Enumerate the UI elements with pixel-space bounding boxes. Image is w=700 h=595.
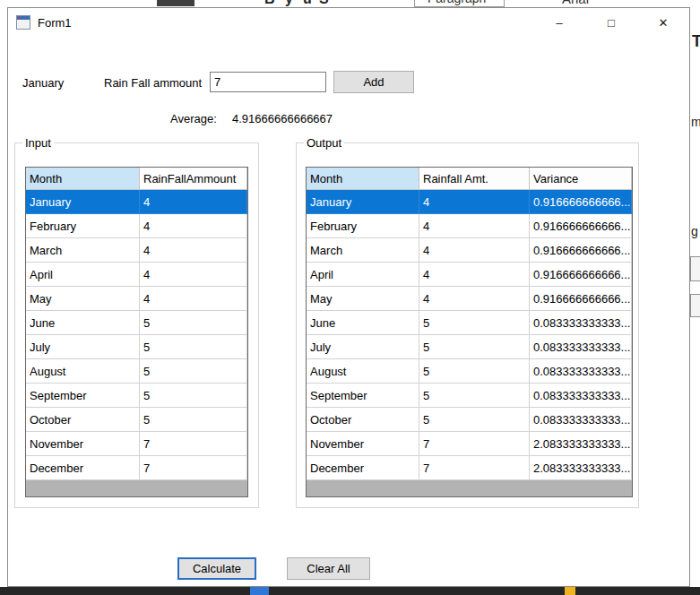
cell[interactable]: 0.083333333333... [530,408,632,432]
add-button[interactable]: Add [333,71,414,93]
cell[interactable]: 0.916666666666... [530,238,632,263]
cell[interactable]: March [307,238,419,263]
cell[interactable]: 4 [419,214,530,238]
table-row[interactable]: November72.083333333333... [307,432,632,456]
cell[interactable]: 7 [419,432,530,456]
table-row[interactable]: April4 [26,263,247,287]
cell[interactable]: January [26,190,140,214]
cell[interactable]: 5 [419,335,530,359]
table-row[interactable]: February40.916666666666... [307,214,632,238]
table-row[interactable]: September5 [26,384,247,408]
table-row[interactable]: April40.916666666666... [307,263,632,287]
table-row[interactable]: December72.083333333333... [307,456,632,480]
cell[interactable]: 2.083333333333... [530,456,632,480]
table-row[interactable]: May40.916666666666... [307,287,632,311]
cell[interactable]: March [26,238,140,263]
cell[interactable]: 4 [140,238,247,263]
cell[interactable]: 7 [140,456,247,480]
table-row[interactable]: December7 [26,456,247,480]
table-row[interactable]: November7 [26,432,247,456]
column-header[interactable]: Rainfall Amt. [419,168,530,190]
column-header[interactable]: Month [307,168,419,190]
cell[interactable]: 0.083333333333... [530,311,632,335]
cell[interactable]: 5 [140,359,247,384]
cell[interactable]: July [26,335,140,359]
table-row[interactable]: July5 [26,335,247,359]
cell[interactable]: 7 [140,432,247,456]
cell[interactable]: 4 [419,263,530,287]
cell[interactable]: 4 [419,238,530,263]
cell[interactable]: August [307,359,419,384]
cell[interactable]: 4 [140,263,247,287]
column-header[interactable]: RainFallAmmount [140,168,247,190]
cell[interactable]: May [307,287,419,311]
cell[interactable]: 0.083333333333... [530,359,632,384]
cell[interactable]: 5 [419,384,530,408]
table-row[interactable]: July50.083333333333... [307,335,632,359]
cell[interactable]: January [307,190,419,214]
table-row[interactable]: May4 [26,287,247,311]
cell[interactable]: December [307,456,419,480]
table-row[interactable]: August5 [26,359,247,384]
cell[interactable]: 5 [140,335,247,359]
cell[interactable]: October [26,408,140,432]
cell[interactable]: June [307,311,419,335]
cell[interactable]: May [26,287,140,311]
cell[interactable]: July [307,335,419,359]
cell[interactable]: September [307,384,419,408]
table-row[interactable]: January40.916666666666... [307,190,632,214]
minimize-button[interactable]: – [533,8,585,37]
table-row[interactable]: January4 [26,190,247,214]
cell[interactable]: 5 [419,311,530,335]
column-header[interactable]: Variance [530,168,632,190]
cell[interactable]: 0.083333333333... [530,384,632,408]
rainfall-amount-input[interactable] [210,72,326,92]
table-row[interactable]: October50.083333333333... [307,408,632,432]
cell[interactable]: 5 [419,408,530,432]
cell[interactable]: 7 [419,456,530,480]
cell[interactable]: 0.916666666666... [530,287,632,311]
clear-all-button[interactable]: Clear All [287,557,370,580]
column-header[interactable]: Month [26,168,140,190]
cell[interactable]: February [26,214,140,238]
table-row[interactable]: September50.083333333333... [307,384,632,408]
cell[interactable]: 5 [140,311,247,335]
cell[interactable]: 4 [140,287,247,311]
cell[interactable]: 4 [419,190,530,214]
input-grid[interactable]: MonthRainFallAmmountJanuary4February4Mar… [26,168,247,480]
taskbar-icon-blue[interactable] [250,587,269,595]
cell[interactable]: 5 [140,408,247,432]
cell[interactable]: 0.916666666666... [530,263,632,287]
cell[interactable]: 4 [419,287,530,311]
cell[interactable]: November [26,432,140,456]
cell[interactable]: June [26,311,140,335]
cell[interactable]: 4 [140,190,247,214]
cell[interactable]: November [307,432,419,456]
titlebar[interactable]: Form1 – □ ✕ [8,8,689,37]
cell[interactable]: February [307,214,419,238]
cell[interactable]: September [26,384,140,408]
table-row[interactable]: June5 [26,311,247,335]
calculate-button[interactable]: Calculate [177,557,256,580]
cell[interactable]: 0.916666666666... [530,190,632,214]
output-grid[interactable]: MonthRainfall Amt.VarianceJanuary40.9166… [307,168,632,480]
close-button[interactable]: ✕ [637,8,689,37]
table-row[interactable]: March4 [26,238,247,263]
cell[interactable]: April [307,263,419,287]
cell[interactable]: 4 [140,214,247,238]
cell[interactable]: 5 [140,384,247,408]
taskbar-icon-yellow[interactable] [565,587,575,595]
cell[interactable]: 5 [419,359,530,384]
cell[interactable]: April [26,263,140,287]
table-row[interactable]: August50.083333333333... [307,359,632,384]
cell[interactable]: October [307,408,419,432]
table-row[interactable]: June50.083333333333... [307,311,632,335]
table-row[interactable]: February4 [26,214,247,238]
cell[interactable]: 0.916666666666... [530,214,632,238]
table-row[interactable]: October5 [26,408,247,432]
cell[interactable]: December [26,456,140,480]
cell[interactable]: August [26,359,140,384]
maximize-button[interactable]: □ [585,8,637,37]
cell[interactable]: 0.083333333333... [530,335,632,359]
table-row[interactable]: March40.916666666666... [307,238,632,263]
